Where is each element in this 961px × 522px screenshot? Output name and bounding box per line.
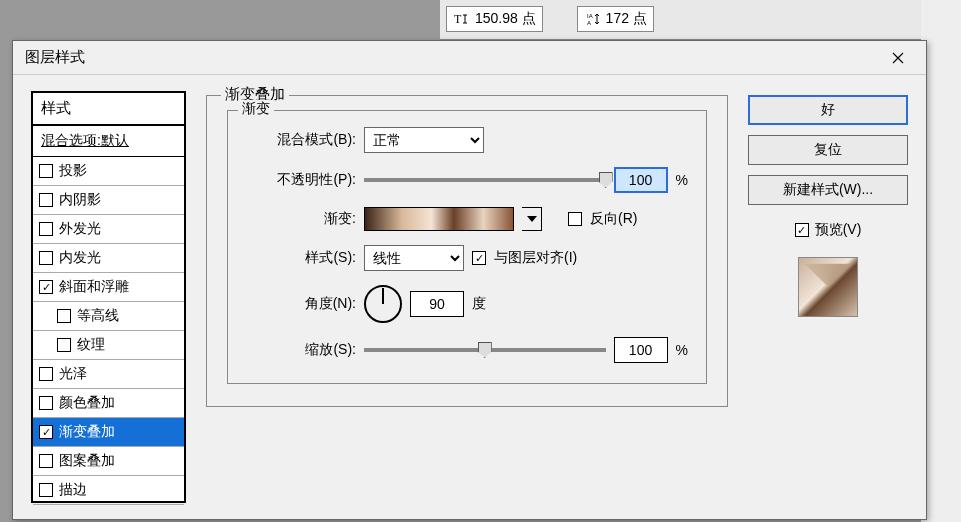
- fontsize-field[interactable]: T 150.98 点: [446, 6, 543, 32]
- svg-text:A: A: [587, 20, 591, 26]
- style-label: 外发光: [59, 220, 101, 238]
- style-checkbox[interactable]: [39, 454, 53, 468]
- dialog-title: 图层样式: [25, 48, 85, 67]
- fontsize-icon: T: [453, 10, 471, 28]
- fontsize-value: 150.98 点: [475, 10, 536, 28]
- preview-swatch: [798, 257, 858, 317]
- styles-header[interactable]: 样式: [33, 93, 184, 126]
- app-toolbar-fragment: T 150.98 点 IAA 172 点: [440, 0, 961, 40]
- angle-input[interactable]: [410, 291, 464, 317]
- app-right-panel-fragment: [921, 0, 961, 522]
- degree-label: 度: [472, 295, 486, 313]
- opacity-slider[interactable]: [364, 178, 606, 182]
- blend-options-header[interactable]: 混合选项:默认: [33, 126, 184, 157]
- scale-input[interactable]: [614, 337, 668, 363]
- style-label: 图案叠加: [59, 452, 115, 470]
- layer-style-dialog: 图层样式 样式 混合选项:默认 投影内阴影外发光内发光斜面和浮雕等高线纹理光泽颜…: [12, 40, 927, 520]
- style-label: 渐变叠加: [59, 423, 115, 441]
- style-label: 颜色叠加: [59, 394, 115, 412]
- chevron-down-icon: [527, 216, 537, 222]
- style-checkbox[interactable]: [39, 251, 53, 265]
- style-checkbox[interactable]: [57, 309, 71, 323]
- style-checkbox[interactable]: [39, 367, 53, 381]
- angle-label: 角度(N):: [246, 295, 356, 313]
- style-label: 描边: [59, 481, 87, 499]
- svg-text:IA: IA: [587, 13, 593, 19]
- close-icon: [892, 52, 904, 64]
- scale-label: 缩放(S):: [246, 341, 356, 359]
- style-checkbox[interactable]: [39, 483, 53, 497]
- reverse-checkbox[interactable]: [568, 212, 582, 226]
- ok-button[interactable]: 好: [748, 95, 908, 125]
- style-checkbox[interactable]: [39, 425, 53, 439]
- style-label: 内发光: [59, 249, 101, 267]
- style-row-3[interactable]: 内发光: [33, 244, 184, 273]
- percent-label-2: %: [676, 342, 688, 358]
- align-checkbox[interactable]: [472, 251, 486, 265]
- style-checkbox[interactable]: [39, 222, 53, 236]
- style-row-4[interactable]: 斜面和浮雕: [33, 273, 184, 302]
- opacity-input[interactable]: [614, 167, 668, 193]
- blend-mode-label: 混合模式(B):: [246, 131, 356, 149]
- style-label: 纹理: [77, 336, 105, 354]
- preview-label: 预览(V): [815, 221, 862, 239]
- leading-value: 172 点: [606, 10, 647, 28]
- gradient-swatch[interactable]: [364, 207, 514, 231]
- style-row-10[interactable]: 图案叠加: [33, 447, 184, 476]
- style-checkbox[interactable]: [57, 338, 71, 352]
- titlebar: 图层样式: [13, 41, 926, 75]
- style-checkbox[interactable]: [39, 396, 53, 410]
- style-checkbox[interactable]: [39, 164, 53, 178]
- style-label: 光泽: [59, 365, 87, 383]
- style-row-0[interactable]: 投影: [33, 157, 184, 186]
- dialog-buttons: 好 复位 新建样式(W)... 预览(V): [748, 91, 908, 503]
- percent-label: %: [676, 172, 688, 188]
- style-row-7[interactable]: 光泽: [33, 360, 184, 389]
- blend-mode-select[interactable]: 正常: [364, 127, 484, 153]
- style-label: 斜面和浮雕: [59, 278, 129, 296]
- gradient-section-title: 渐变: [238, 100, 274, 118]
- scale-slider[interactable]: [364, 348, 606, 352]
- svg-text:T: T: [454, 12, 462, 26]
- reset-button[interactable]: 复位: [748, 135, 908, 165]
- opacity-label: 不透明性(P):: [246, 171, 356, 189]
- gradient-label: 渐变:: [246, 210, 356, 228]
- style-row-2[interactable]: 外发光: [33, 215, 184, 244]
- styles-list-panel: 样式 混合选项:默认 投影内阴影外发光内发光斜面和浮雕等高线纹理光泽颜色叠加渐变…: [31, 91, 186, 503]
- preview-checkbox[interactable]: [795, 223, 809, 237]
- close-button[interactable]: [878, 44, 918, 72]
- gradient-style-select[interactable]: 线性: [364, 245, 464, 271]
- leading-icon: IAA: [584, 10, 602, 28]
- reverse-label: 反向(R): [590, 210, 637, 228]
- style-label: 等高线: [77, 307, 119, 325]
- leading-field[interactable]: IAA 172 点: [577, 6, 654, 32]
- style-checkbox[interactable]: [39, 280, 53, 294]
- align-label: 与图层对齐(I): [494, 249, 577, 267]
- style-row-6[interactable]: 纹理: [33, 331, 184, 360]
- style-label: 内阴影: [59, 191, 101, 209]
- style-row-9[interactable]: 渐变叠加: [33, 418, 184, 447]
- style-row-11[interactable]: 描边: [33, 476, 184, 505]
- style-label: 样式(S):: [246, 249, 356, 267]
- style-row-1[interactable]: 内阴影: [33, 186, 184, 215]
- style-row-5[interactable]: 等高线: [33, 302, 184, 331]
- style-checkbox[interactable]: [39, 193, 53, 207]
- style-label: 投影: [59, 162, 87, 180]
- style-row-8[interactable]: 颜色叠加: [33, 389, 184, 418]
- gradient-dropdown-button[interactable]: [522, 207, 542, 231]
- angle-dial[interactable]: [364, 285, 402, 323]
- new-style-button[interactable]: 新建样式(W)...: [748, 175, 908, 205]
- options-panel: 渐变叠加 渐变 混合模式(B): 正常 不透明性(P): %: [206, 91, 728, 503]
